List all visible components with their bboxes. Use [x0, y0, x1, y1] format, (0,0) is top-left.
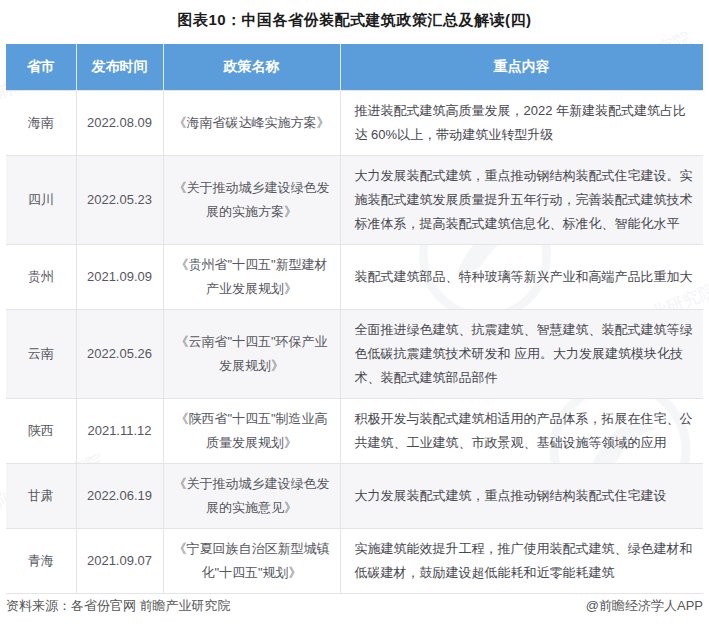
column-header: 省市: [6, 44, 76, 91]
cell-policy: 《贵州省"十四五"新型建材产业发展规划》: [163, 245, 340, 310]
cell-province: 云南: [6, 310, 76, 399]
cell-policy: 《云南省"十四五"环保产业发展规划》: [163, 310, 340, 399]
cell-policy: 《陕西省"十四五"制造业高质量发展规划》: [163, 399, 340, 464]
column-header: 发布时间: [76, 44, 163, 91]
cell-province: 四川: [6, 156, 76, 245]
cell-policy: 《宁夏回族自治区新型城镇化"十四五"规划》: [163, 529, 340, 594]
table-body: 海南2022.08.09《海南省碳达峰实施方案》推进装配式建筑高质量发展，202…: [6, 91, 703, 594]
table-header-row: 省市发布时间政策名称重点内容: [6, 44, 703, 91]
cell-province: 贵州: [6, 245, 76, 310]
cell-date: 2021.09.09: [76, 245, 163, 310]
cell-date: 2022.05.23: [76, 156, 163, 245]
cell-policy: 《海南省碳达峰实施方案》: [163, 91, 340, 156]
cell-content: 积极开发与装配式建筑相适用的产品体系，拓展在住宅、公共建筑、工业建筑、市政景观、…: [340, 399, 703, 464]
source-note: 资料来源：各省份官网 前瞻产业研究院: [6, 597, 231, 615]
cell-date: 2021.11.12: [76, 399, 163, 464]
cell-date: 2022.06.19: [76, 464, 163, 529]
table-row: 四川2022.05.23《关于推动城乡建设绿色发展的实施方案》大力发展装配式建筑…: [6, 156, 703, 245]
cell-content: 大力发展装配式建筑，重点推动钢结构装配式住宅建设: [340, 464, 703, 529]
column-header: 政策名称: [163, 44, 340, 91]
cell-date: 2022.05.26: [76, 310, 163, 399]
cell-content: 装配式建筑部品、特种玻璃等新兴产业和高端产品比重加大: [340, 245, 703, 310]
table-row: 青海2021.09.07《宁夏回族自治区新型城镇化"十四五"规划》实施建筑能效提…: [6, 529, 703, 594]
cell-province: 青海: [6, 529, 76, 594]
cell-content: 大力发展装配式建筑，重点推动钢结构装配式住宅建设。实施装配式建筑发展质量提升五年…: [340, 156, 703, 245]
table-row: 云南2022.05.26《云南省"十四五"环保产业发展规划》全面推进绿色建筑、抗…: [6, 310, 703, 399]
cell-content: 推进装配式建筑高质量发展，2022 年新建装配式建筑占比达 60%以上，带动建筑…: [340, 91, 703, 156]
table-row: 陕西2021.11.12《陕西省"十四五"制造业高质量发展规划》积极开发与装配式…: [6, 399, 703, 464]
figure-page: 前瞻产业研究院 前瞻产业研究院 前瞻产业研究院 前瞻产业研究院 前瞻产业研究院 …: [0, 0, 709, 624]
cell-province: 陕西: [6, 399, 76, 464]
cell-policy: 《关于推动城乡建设绿色发展的实施意见》: [163, 464, 340, 529]
cell-content: 全面推进绿色建筑、抗震建筑、智慧建筑、装配式建筑等绿色低碳抗震建筑技术研发和 应…: [340, 310, 703, 399]
cell-date: 2021.09.07: [76, 529, 163, 594]
cell-content: 实施建筑能效提升工程，推广使用装配式建筑、绿色建材和低碳建材，鼓励建设超低能耗和…: [340, 529, 703, 594]
table-row: 贵州2021.09.09《贵州省"十四五"新型建材产业发展规划》装配式建筑部品、…: [6, 245, 703, 310]
policy-table: 省市发布时间政策名称重点内容 海南2022.08.09《海南省碳达峰实施方案》推…: [6, 44, 703, 594]
cell-policy: 《关于推动城乡建设绿色发展的实施方案》: [163, 156, 340, 245]
cell-date: 2022.08.09: [76, 91, 163, 156]
cell-province: 海南: [6, 91, 76, 156]
table-row: 甘肃2022.06.19《关于推动城乡建设绿色发展的实施意见》大力发展装配式建筑…: [6, 464, 703, 529]
figure-title: 图表10：中国各省份装配式建筑政策汇总及解读(四): [0, 11, 709, 30]
table-row: 海南2022.08.09《海南省碳达峰实施方案》推进装配式建筑高质量发展，202…: [6, 91, 703, 156]
figure-footer: 资料来源：各省份官网 前瞻产业研究院 @前瞻经济学人APP: [6, 597, 703, 615]
credit-note: @前瞻经济学人APP: [586, 597, 703, 615]
column-header: 重点内容: [340, 44, 703, 91]
cell-province: 甘肃: [6, 464, 76, 529]
